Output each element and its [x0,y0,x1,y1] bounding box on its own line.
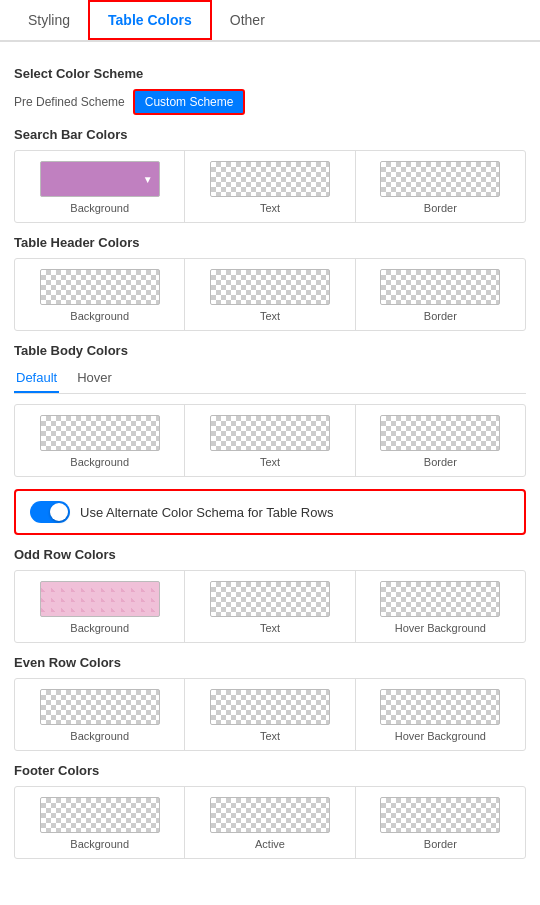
table-header-border-label: Border [424,310,457,322]
even-row-background-swatch[interactable] [40,689,160,725]
alternate-toggle-label: Use Alternate Color Schema for Table Row… [80,505,333,520]
table-body-border: Border [356,405,525,476]
table-header-border-swatch[interactable] [380,269,500,305]
odd-row-background-swatch[interactable] [40,581,160,617]
footer-title: Footer Colors [14,763,526,778]
odd-row-hover-background-label: Hover Background [395,622,486,634]
alternate-toggle-row[interactable]: Use Alternate Color Schema for Table Row… [14,489,526,535]
odd-row-hover-background-swatch[interactable] [380,581,500,617]
table-body-text: Text [185,405,355,476]
footer-active: Active [185,787,355,858]
body-sub-tabs: Default Hover [14,366,526,394]
table-header-text: Text [185,259,355,330]
even-row-hover-background-swatch[interactable] [380,689,500,725]
even-row-hover-background: Hover Background [356,679,525,750]
search-bar-border: Border [356,151,525,222]
table-header-background-label: Background [70,310,129,322]
even-row-text-swatch[interactable] [210,689,330,725]
table-header-background-swatch[interactable] [40,269,160,305]
odd-row-text-swatch[interactable] [210,581,330,617]
color-scheme-row: Pre Defined Scheme Custom Scheme [14,89,526,115]
even-row-background: Background [15,679,185,750]
table-header-background: Background [15,259,185,330]
table-header-text-label: Text [260,310,280,322]
odd-row-background-label: Background [70,622,129,634]
alternate-toggle[interactable] [30,501,70,523]
even-row-title: Even Row Colors [14,655,526,670]
even-row-background-label: Background [70,730,129,742]
color-scheme-title: Select Color Scheme [14,66,526,81]
tab-bar: Styling Table Colors Other [0,0,540,42]
odd-row-background: Background [15,571,185,642]
custom-scheme-button[interactable]: Custom Scheme [133,89,246,115]
footer-background-label: Background [70,838,129,850]
table-body-background: Background [15,405,185,476]
tab-styling[interactable]: Styling [10,2,88,38]
search-bar-border-swatch[interactable] [380,161,500,197]
table-body-border-label: Border [424,456,457,468]
footer-color-group: Background Active Border [14,786,526,859]
search-bar-text: Text [185,151,355,222]
table-header-border: Border [356,259,525,330]
table-body-title: Table Body Colors [14,343,526,358]
even-row-text-label: Text [260,730,280,742]
footer-border: Border [356,787,525,858]
footer-border-swatch[interactable] [380,797,500,833]
table-body-text-swatch[interactable] [210,415,330,451]
table-body-color-group: Background Text Border [14,404,526,477]
toggle-thumb [50,503,68,521]
odd-row-title: Odd Row Colors [14,547,526,562]
search-bar-border-label: Border [424,202,457,214]
sub-tab-hover[interactable]: Hover [75,366,114,393]
even-row-text: Text [185,679,355,750]
table-body-background-swatch[interactable] [40,415,160,451]
tab-other[interactable]: Other [212,2,283,38]
tab-table-colors[interactable]: Table Colors [88,0,212,40]
table-body-text-label: Text [260,456,280,468]
main-content: Select Color Scheme Pre Defined Scheme C… [0,42,540,883]
footer-background-swatch[interactable] [40,797,160,833]
table-body-border-swatch[interactable] [380,415,500,451]
odd-row-hover-background: Hover Background [356,571,525,642]
search-bar-background-label: Background [70,202,129,214]
footer-active-swatch[interactable] [210,797,330,833]
footer-border-label: Border [424,838,457,850]
odd-row-text-label: Text [260,622,280,634]
odd-row-color-group: Background Text Hover Background [14,570,526,643]
search-bar-background: ▼ Background [15,151,185,222]
search-bar-color-group: ▼ Background Text Border [14,150,526,223]
search-bar-text-label: Text [260,202,280,214]
sub-tab-default[interactable]: Default [14,366,59,393]
search-bar-text-swatch[interactable] [210,161,330,197]
table-header-text-swatch[interactable] [210,269,330,305]
dropdown-arrow-icon: ▼ [143,174,153,185]
table-body-background-label: Background [70,456,129,468]
search-bar-title: Search Bar Colors [14,127,526,142]
table-header-color-group: Background Text Border [14,258,526,331]
footer-background: Background [15,787,185,858]
even-row-color-group: Background Text Hover Background [14,678,526,751]
table-header-title: Table Header Colors [14,235,526,250]
odd-row-text: Text [185,571,355,642]
footer-active-label: Active [255,838,285,850]
predefined-label: Pre Defined Scheme [14,95,125,109]
search-bar-background-swatch[interactable]: ▼ [40,161,160,197]
even-row-hover-background-label: Hover Background [395,730,486,742]
